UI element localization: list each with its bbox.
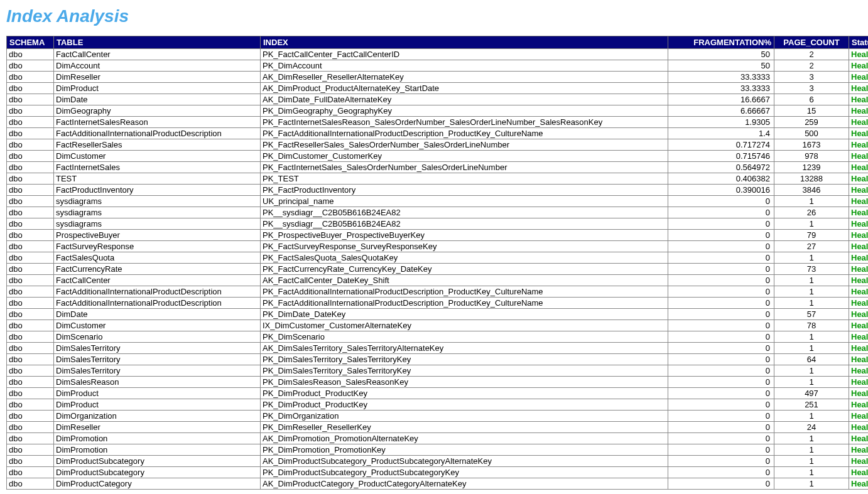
cell-schema: dbo [7, 411, 54, 422]
cell-index: PK_FactProductInventory [261, 185, 668, 196]
cell-status: Healthy [849, 83, 869, 94]
cell-page-count: 57 [774, 309, 849, 320]
cell-page-count: 3 [774, 72, 849, 83]
cell-status: Healthy [849, 298, 869, 309]
cell-table: FactProductInventory [54, 185, 261, 196]
col-header-table: TABLE [54, 36, 261, 49]
cell-schema: dbo [7, 444, 54, 456]
cell-table: FactInternetSalesReason [54, 117, 261, 128]
table-row: dboDimPromotionPK_DimPromotion_Promotion… [7, 444, 869, 456]
cell-index: PK__sysdiagr__C2B05B616B24EA82 [261, 207, 668, 218]
cell-fragmentation: 0 [668, 241, 774, 252]
table-row: dboFactInternetSalesPK_FactInternetSales… [7, 162, 869, 173]
cell-fragmentation: 0.564972 [668, 162, 774, 173]
cell-page-count: 3 [774, 83, 849, 94]
cell-table: FactInternetSales [54, 162, 261, 173]
cell-page-count: 1 [774, 411, 849, 422]
cell-fragmentation: 0 [668, 456, 774, 467]
cell-status: Healthy [849, 309, 869, 320]
cell-schema: dbo [7, 275, 54, 286]
cell-schema: dbo [7, 478, 54, 490]
cell-index: AK_DimProductSubcategory_ProductSubcateg… [261, 456, 668, 467]
cell-page-count: 24 [774, 422, 849, 433]
col-header-page-count: PAGE_COUNT [774, 36, 849, 49]
cell-schema: dbo [7, 286, 54, 298]
cell-status: Healthy [849, 72, 869, 83]
cell-status: Healthy [849, 411, 869, 422]
cell-table: DimProduct [54, 83, 261, 94]
cell-page-count: 3846 [774, 185, 849, 196]
cell-page-count: 1 [774, 196, 849, 207]
cell-table: FactSalesQuota [54, 252, 261, 264]
cell-page-count: 64 [774, 354, 849, 365]
cell-table: DimSalesTerritory [54, 354, 261, 365]
table-row: dboFactAdditionalInternationalProductDes… [7, 298, 869, 309]
table-row: dboProspectiveBuyerPK_ProspectiveBuyer_P… [7, 230, 869, 241]
cell-fragmentation: 0 [668, 411, 774, 422]
cell-fragmentation: 50 [668, 60, 774, 72]
col-header-schema: SCHEMA [7, 36, 54, 49]
cell-page-count: 978 [774, 151, 849, 162]
cell-page-count: 1 [774, 456, 849, 467]
cell-table: DimSalesReason [54, 377, 261, 388]
cell-schema: dbo [7, 354, 54, 365]
cell-status: Healthy [849, 151, 869, 162]
cell-schema: dbo [7, 422, 54, 433]
table-row: dboFactCurrencyRatePK_FactCurrencyRate_C… [7, 264, 869, 275]
cell-fragmentation: 0 [668, 230, 774, 241]
cell-schema: dbo [7, 83, 54, 94]
cell-page-count: 251 [774, 399, 849, 411]
col-header-index: INDEX [261, 36, 668, 49]
cell-index: PK_DimProduct_ProductKey [261, 388, 668, 399]
cell-index: PK_FactAdditionalInternationalProductDes… [261, 286, 668, 298]
cell-fragmentation: 1.9305 [668, 117, 774, 128]
cell-status: Healthy [849, 286, 869, 298]
table-row: dboFactResellerSalesPK_FactResellerSales… [7, 139, 869, 151]
cell-page-count: 1 [774, 478, 849, 490]
cell-status: Healthy [849, 478, 869, 490]
cell-fragmentation: 1.4 [668, 128, 774, 139]
table-row: dboDimProductAK_DimProduct_ProductAltern… [7, 83, 869, 94]
cell-index: PK_DimDate_DateKey [261, 309, 668, 320]
cell-status: Healthy [849, 365, 869, 377]
cell-table: DimCustomer [54, 320, 261, 331]
cell-page-count: 13288 [774, 173, 849, 185]
table-row: dboFactCallCenterPK_FactCallCenter_FactC… [7, 49, 869, 60]
cell-table: DimProduct [54, 399, 261, 411]
cell-schema: dbo [7, 185, 54, 196]
cell-status: Healthy [849, 467, 869, 478]
table-row: dboFactInternetSalesReasonPK_FactInterne… [7, 117, 869, 128]
cell-fragmentation: 0 [668, 478, 774, 490]
cell-index: PK_FactResellerSales_SalesOrderNumber_Sa… [261, 139, 668, 151]
cell-fragmentation: 0.406382 [668, 173, 774, 185]
cell-table: DimProductSubcategory [54, 467, 261, 478]
cell-status: Healthy [849, 343, 869, 354]
cell-fragmentation: 0 [668, 388, 774, 399]
cell-status: Healthy [849, 320, 869, 331]
cell-fragmentation: 6.66667 [668, 105, 774, 117]
col-header-fragmentation: FRAGMENTATION% [668, 36, 774, 49]
cell-page-count: 6 [774, 94, 849, 105]
cell-table: FactResellerSales [54, 139, 261, 151]
cell-table: FactAdditionalInternationalProductDescri… [54, 128, 261, 139]
cell-fragmentation: 0 [668, 320, 774, 331]
cell-table: DimSalesTerritory [54, 343, 261, 354]
cell-schema: dbo [7, 343, 54, 354]
cell-fragmentation: 0 [668, 467, 774, 478]
cell-table: DimDate [54, 309, 261, 320]
cell-fragmentation: 0 [668, 196, 774, 207]
cell-index: PK_DimAccount [261, 60, 668, 72]
cell-schema: dbo [7, 139, 54, 151]
cell-status: Healthy [849, 105, 869, 117]
cell-schema: dbo [7, 162, 54, 173]
cell-fragmentation: 0 [668, 377, 774, 388]
cell-index: PK_DimProduct_ProductKey [261, 399, 668, 411]
cell-index: PK__sysdiagr__C2B05B616B24EA82 [261, 218, 668, 230]
cell-table: DimPromotion [54, 444, 261, 456]
cell-status: Healthy [849, 377, 869, 388]
cell-schema: dbo [7, 388, 54, 399]
cell-schema: dbo [7, 433, 54, 444]
table-row: dboDimSalesTerritoryAK_DimSalesTerritory… [7, 343, 869, 354]
cell-page-count: 1 [774, 286, 849, 298]
cell-index: PK_DimScenario [261, 331, 668, 343]
